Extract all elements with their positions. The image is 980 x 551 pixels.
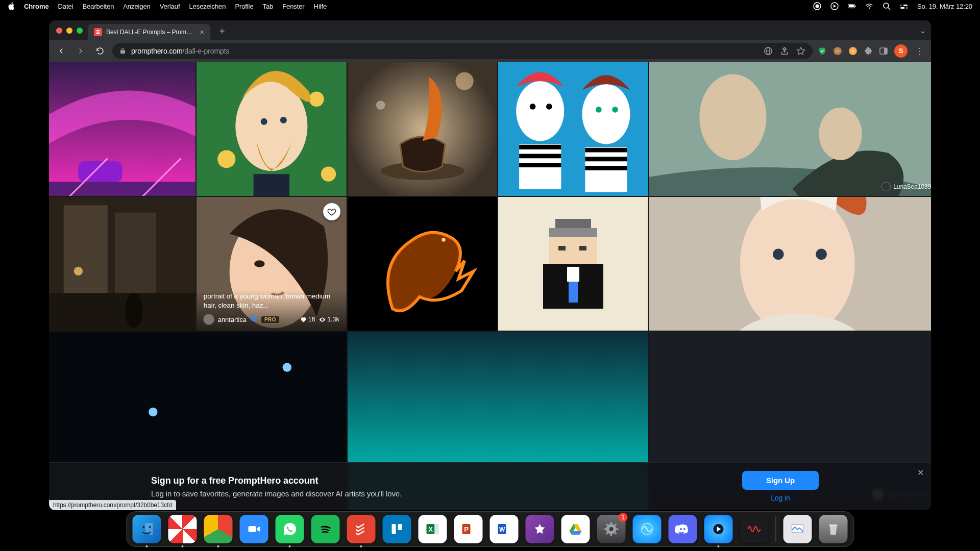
menu-fenster[interactable]: Fenster (282, 3, 304, 10)
nav-reload-button[interactable] (93, 44, 107, 58)
dock-app-finder[interactable] (133, 515, 161, 543)
spotlight-icon[interactable] (883, 2, 891, 10)
window-zoom-dot[interactable] (77, 28, 83, 34)
svg-point-24 (309, 92, 324, 107)
dock-app-excel[interactable]: X (419, 515, 447, 543)
tile-r1c4[interactable] (498, 62, 648, 196)
extension-generic-1-icon[interactable] (833, 46, 842, 56)
svg-rect-59 (555, 219, 592, 228)
menubar-clock[interactable]: So. 19. März 12:20 (917, 3, 972, 10)
menu-tab[interactable]: Tab (263, 3, 274, 10)
menu-datei[interactable]: Datei (58, 3, 74, 10)
tile-r2c5[interactable] (649, 197, 931, 331)
dock-divider (776, 516, 776, 542)
dock-app-chrome[interactable] (204, 515, 233, 543)
tile-r1c1[interactable] (49, 62, 195, 196)
window-minimize-dot[interactable] (66, 28, 72, 34)
svg-point-45 (819, 108, 862, 160)
tile-r2c4[interactable] (498, 197, 648, 331)
apple-menu-icon[interactable] (8, 2, 15, 10)
menu-app-name[interactable]: Chrome (24, 3, 49, 10)
extension-shield-icon[interactable] (818, 46, 827, 56)
extension-generic-2-icon[interactable] (848, 46, 857, 56)
share-icon[interactable] (780, 46, 789, 56)
tile-r1c5[interactable]: LunaSea1039 (649, 62, 931, 196)
dock-app-safari[interactable] (168, 515, 197, 543)
svg-rect-82 (398, 524, 402, 530)
dock-app-quicktime[interactable] (704, 515, 733, 543)
tile-r2c2-hovered[interactable]: portrait of a young woman, brown medium … (197, 197, 347, 331)
svg-rect-81 (392, 524, 396, 534)
screenrec-icon[interactable] (813, 2, 821, 10)
dock-app-googledrive[interactable] (561, 515, 590, 543)
macos-dock[interactable]: X P W 1 (126, 511, 854, 547)
menu-hilfe[interactable]: Hilfe (314, 3, 327, 10)
svg-point-41 (612, 107, 619, 113)
hover-author-avatar[interactable] (204, 314, 214, 324)
svg-rect-105 (829, 524, 838, 526)
battery-icon[interactable] (848, 2, 856, 10)
dock-app-discord[interactable] (669, 515, 697, 543)
browser-tab-active[interactable]: Best DALL-E Prompts – Prompt… × (88, 24, 210, 40)
tile-r2c3[interactable] (348, 197, 498, 331)
sidepanel-icon[interactable] (879, 46, 888, 56)
signup-button[interactable]: Sign Up (742, 471, 819, 490)
menu-anzeigen[interactable]: Anzeigen (123, 3, 150, 10)
banner-close-icon[interactable]: ✕ (917, 468, 924, 478)
dock-app-preview[interactable] (783, 515, 812, 543)
window-controls[interactable] (54, 28, 83, 40)
tile-likes-count: 16 (308, 316, 315, 323)
svg-point-54 (254, 260, 265, 267)
hover-author-name[interactable]: anntartica (218, 316, 247, 323)
menu-profile[interactable]: Profile (235, 3, 253, 10)
tile-r1c3[interactable] (348, 62, 498, 196)
favorite-heart-button[interactable] (323, 203, 340, 220)
bookmark-star-icon[interactable] (796, 46, 805, 56)
dock-app-powerpoint[interactable]: P (454, 515, 483, 543)
login-link[interactable]: Log in (771, 494, 790, 502)
nav-back-button[interactable] (54, 44, 68, 58)
dock-settings-badge: 1 (619, 513, 628, 522)
tile-r2c1[interactable] (49, 197, 195, 331)
dock-app-whatsapp[interactable] (276, 515, 304, 543)
chrome-menu-icon[interactable]: ⋯ (914, 45, 925, 57)
address-bar[interactable]: prompthero.com/dall-e-prompts (112, 43, 813, 59)
dock-app-imovie[interactable] (526, 515, 554, 543)
tile-r1c2[interactable] (197, 62, 347, 196)
pro-badge: PRO (261, 316, 279, 323)
extension-puzzle-icon[interactable] (864, 46, 873, 56)
lock-icon[interactable] (119, 47, 126, 54)
profile-avatar[interactable]: S (894, 44, 908, 58)
svg-rect-80 (249, 526, 256, 532)
wifi-icon[interactable] (865, 2, 873, 10)
window-close-dot[interactable] (56, 28, 62, 34)
menu-bearbeiten[interactable]: Bearbeiten (82, 3, 114, 10)
playback-icon[interactable] (830, 2, 839, 10)
svg-rect-61 (549, 237, 597, 264)
tile-author-badge[interactable]: LunaSea1039 (882, 183, 931, 191)
nav-forward-button[interactable] (74, 44, 88, 58)
dock-app-trello[interactable] (383, 515, 411, 543)
menu-lesezeichen[interactable]: Lesezeichen (189, 3, 226, 10)
tile-author-name: LunaSea1039 (893, 183, 931, 190)
tab-title: Best DALL-E Prompts – Prompt… (106, 29, 195, 36)
control-center-icon[interactable] (900, 2, 908, 10)
svg-line-7 (888, 8, 890, 10)
dock-app-siri[interactable] (633, 515, 662, 543)
dock-app-settings[interactable]: 1 (597, 515, 626, 543)
menu-verlauf[interactable]: Verlauf (160, 3, 180, 10)
new-tab-button[interactable]: ＋ (215, 24, 229, 37)
svg-point-1 (815, 5, 819, 8)
tabs-dropdown-icon[interactable]: ⌄ (920, 27, 926, 35)
macos-menubar[interactable]: Chrome Datei Bearbeiten Anzeigen Verlauf… (0, 0, 980, 12)
dock-app-spotify[interactable] (311, 515, 340, 543)
dock-app-zoom[interactable] (240, 515, 268, 543)
dock-app-voicememos[interactable] (740, 515, 769, 543)
svg-point-40 (596, 107, 602, 113)
svg-point-57 (442, 238, 446, 242)
dock-app-todoist[interactable] (347, 515, 376, 543)
tab-close-icon[interactable]: × (200, 28, 204, 36)
dock-app-trash[interactable] (819, 515, 848, 543)
dock-app-word[interactable]: W (490, 515, 519, 543)
google-translate-icon[interactable] (764, 46, 773, 56)
